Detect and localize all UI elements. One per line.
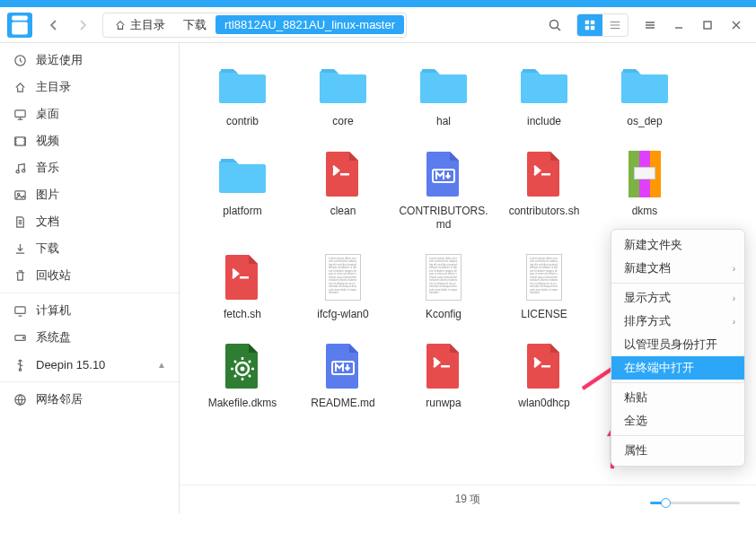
ctx-new-doc[interactable]: 新建文档›: [611, 257, 744, 280]
sidebar-item-home[interactable]: 主目录: [0, 74, 179, 101]
back-button[interactable]: [41, 13, 66, 38]
file-icon: [415, 339, 472, 393]
download-icon: [13, 241, 27, 256]
file-item[interactable]: Makefile.dkms: [198, 334, 287, 416]
sidebar-item-downloads[interactable]: 下载: [0, 235, 179, 262]
list-view-button[interactable]: [602, 14, 628, 36]
file-item[interactable]: Lorem ipsum dolor sit amet consectetur a…: [298, 245, 388, 328]
sidebar-item-trash[interactable]: 回收站: [0, 262, 179, 289]
file-item[interactable]: runwpa: [399, 334, 488, 416]
breadcrumb-current[interactable]: rtl8812AU_8821AU_linux-master: [215, 15, 404, 34]
close-button[interactable]: [724, 13, 749, 38]
file-item[interactable]: README.md: [298, 334, 388, 416]
sidebar-item-label: 计算机: [36, 302, 71, 319]
svg-rect-6: [591, 25, 594, 29]
file-label: runwpa: [426, 397, 461, 411]
sidebar-item-deepin[interactable]: Deepin 15.10▲: [0, 351, 179, 378]
svg-rect-28: [541, 365, 550, 368]
sidebar-item-video[interactable]: 视频: [0, 127, 179, 154]
file-item[interactable]: platform: [198, 142, 287, 238]
file-icon: [515, 57, 573, 111]
file-label: Makefile.dkms: [208, 397, 277, 411]
file-item[interactable]: Lorem ipsum dolor sit amet consectetur a…: [499, 245, 589, 328]
ctx-select-all[interactable]: 全选: [611, 409, 744, 433]
file-label: clean: [330, 205, 356, 219]
svg-point-25: [241, 367, 245, 372]
file-label: ifcfg-wlan0: [317, 308, 368, 322]
menu-button[interactable]: [637, 13, 663, 38]
file-item[interactable]: contributors.sh: [499, 142, 589, 238]
ctx-label: 新建文档: [624, 261, 671, 276]
file-item[interactable]: fetch.sh: [198, 245, 287, 328]
file-icon: Lorem ipsum dolor sit amet consectetur a…: [314, 250, 372, 304]
statusbar: 19 项: [180, 485, 756, 513]
file-item[interactable]: wlan0dhcp: [499, 334, 589, 416]
file-icon: [515, 147, 573, 201]
file-item[interactable]: core: [298, 52, 388, 135]
file-item[interactable]: os_dep: [600, 52, 690, 135]
sidebar: 最近使用 主目录 桌面 视频 音乐 图片 文档 下载 回收站 计算机 系统盘 D…: [0, 43, 180, 513]
file-item[interactable]: dkms: [600, 142, 690, 238]
sidebar-item-label: 桌面: [36, 106, 59, 122]
file-item[interactable]: include: [499, 52, 589, 135]
file-item[interactable]: hal: [399, 52, 488, 135]
svg-rect-15: [14, 306, 24, 313]
svg-point-11: [16, 170, 19, 172]
sidebar-item-network[interactable]: 网络邻居: [0, 386, 179, 413]
file-item[interactable]: Lorem ipsum dolor sit amet consectetur a…: [399, 245, 488, 328]
forward-button[interactable]: [70, 13, 95, 38]
svg-rect-3: [585, 20, 589, 23]
file-label: os_dep: [627, 115, 662, 129]
sidebar-item-desktop[interactable]: 桌面: [0, 101, 179, 127]
sidebar-item-pictures[interactable]: 图片: [0, 181, 179, 208]
file-label: LICENSE: [521, 308, 567, 322]
grid-view-button[interactable]: [577, 14, 602, 36]
breadcrumb-downloads[interactable]: 下载: [174, 14, 215, 36]
ctx-properties[interactable]: 属性: [611, 439, 744, 462]
file-icon: [314, 339, 372, 393]
sidebar-item-recent[interactable]: 最近使用: [0, 47, 179, 74]
sidebar-item-documents[interactable]: 文档: [0, 208, 179, 235]
sidebar-item-label: 网络邻居: [36, 391, 83, 407]
file-icon: [616, 147, 673, 201]
zoom-slider[interactable]: [650, 502, 740, 504]
sidebar-item-label: 视频: [36, 133, 59, 149]
file-label: contrib: [226, 115, 259, 129]
file-icon: Lorem ipsum dolor sit amet consectetur a…: [415, 250, 472, 304]
ctx-new-folder[interactable]: 新建文件夹: [611, 233, 744, 257]
zoom-thumb[interactable]: [661, 498, 671, 508]
minimize-button[interactable]: [666, 13, 691, 38]
breadcrumb-home[interactable]: 主目录: [105, 14, 174, 36]
ctx-display[interactable]: 显示方式›: [611, 286, 744, 310]
file-item[interactable]: clean: [298, 142, 388, 238]
file-item[interactable]: contrib: [198, 52, 287, 135]
breadcrumb: 主目录 下载 rtl8812AU_8821AU_linux-master: [102, 13, 407, 38]
breadcrumb-home-label: 主目录: [130, 17, 165, 33]
disk-icon: [13, 330, 27, 345]
app-logo[interactable]: [7, 13, 32, 38]
home-icon: [13, 80, 27, 94]
ctx-open-terminal[interactable]: 在终端中打开: [611, 356, 744, 380]
file-icon: [616, 57, 673, 111]
ctx-separator: [611, 283, 744, 284]
sidebar-item-music[interactable]: 音乐: [0, 154, 179, 181]
file-label: platform: [223, 205, 261, 219]
ctx-paste[interactable]: 粘贴: [611, 386, 744, 409]
svg-rect-0: [12, 15, 28, 20]
file-icon: [314, 57, 372, 111]
sidebar-item-computer[interactable]: 计算机: [0, 297, 179, 324]
maximize-button[interactable]: [695, 13, 720, 38]
context-menu: 新建文件夹 新建文档› 显示方式› 排序方式› 以管理员身份打开 在终端中打开 …: [611, 229, 745, 467]
file-item[interactable]: CONTRIBUTORS.md: [399, 142, 488, 238]
ctx-open-admin[interactable]: 以管理员身份打开: [611, 333, 744, 356]
file-label: wlan0dhcp: [518, 397, 569, 411]
sidebar-item-system-disk[interactable]: 系统盘: [0, 324, 179, 351]
search-button[interactable]: [542, 13, 567, 38]
ctx-sort[interactable]: 排序方式›: [611, 310, 744, 333]
eject-icon[interactable]: ▲: [157, 360, 166, 370]
file-icon: [214, 57, 271, 111]
svg-point-2: [550, 20, 558, 28]
sidebar-separator: [0, 293, 179, 293]
file-label: core: [332, 115, 353, 129]
file-icon: [214, 147, 271, 201]
